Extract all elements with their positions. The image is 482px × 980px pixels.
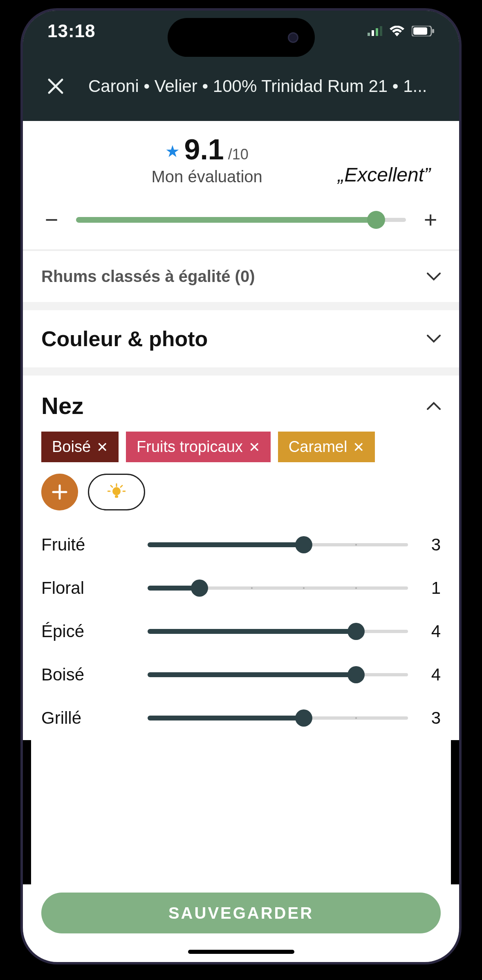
attribute-row: Floral1 bbox=[41, 578, 441, 598]
remove-tag-icon[interactable]: ✕ bbox=[249, 439, 260, 455]
rating-slider[interactable] bbox=[76, 212, 406, 228]
tied-rums-label: Rhums classés à égalité (0) bbox=[41, 267, 255, 286]
attribute-value: 4 bbox=[420, 622, 441, 641]
cellular-icon bbox=[368, 26, 382, 36]
suggestion-button[interactable] bbox=[88, 474, 145, 510]
svg-rect-2 bbox=[376, 28, 378, 36]
nose-tag[interactable]: Caramel✕ bbox=[278, 432, 375, 462]
rating-word: „Excellent” bbox=[338, 163, 435, 186]
home-indicator bbox=[188, 950, 294, 954]
attribute-slider[interactable] bbox=[148, 710, 408, 726]
star-icon: ★ bbox=[165, 142, 180, 161]
lightbulb-icon bbox=[108, 483, 126, 501]
attribute-value: 4 bbox=[420, 665, 441, 685]
nose-section: Nez Boisé✕Fruits tropicaux✕Caramel✕ Frui… bbox=[23, 376, 459, 740]
svg-rect-1 bbox=[372, 30, 374, 36]
attribute-row: Boisé4 bbox=[41, 665, 441, 685]
nose-tag[interactable]: Boisé✕ bbox=[41, 432, 119, 462]
attribute-row: Fruité3 bbox=[41, 535, 441, 555]
attribute-name: Épicé bbox=[41, 622, 135, 641]
color-photo-title: Couleur & photo bbox=[41, 327, 208, 351]
tag-label: Boisé bbox=[52, 438, 91, 456]
save-button[interactable]: SAUVEGARDER bbox=[41, 893, 441, 933]
rating-plus-button[interactable]: + bbox=[418, 206, 443, 233]
tag-label: Fruits tropicaux bbox=[137, 438, 243, 456]
nose-tag[interactable]: Fruits tropicaux✕ bbox=[126, 432, 271, 462]
color-photo-expander[interactable]: Couleur & photo bbox=[23, 310, 459, 367]
nose-title: Nez bbox=[41, 392, 83, 419]
attribute-name: Grillé bbox=[41, 708, 135, 728]
divider bbox=[23, 302, 459, 310]
close-icon bbox=[47, 78, 64, 94]
nose-tags: Boisé✕Fruits tropicaux✕Caramel✕ bbox=[41, 432, 441, 462]
wifi-icon bbox=[390, 26, 404, 36]
svg-rect-6 bbox=[432, 29, 434, 33]
attribute-slider[interactable] bbox=[148, 623, 408, 640]
content: ★ 9.1 /10 Mon évaluation „Excellent” − + bbox=[23, 121, 459, 740]
divider bbox=[23, 367, 459, 376]
tag-label: Caramel bbox=[289, 438, 347, 456]
remove-tag-icon[interactable]: ✕ bbox=[353, 439, 364, 455]
chevron-down-icon bbox=[427, 273, 441, 281]
chevron-up-icon[interactable] bbox=[427, 402, 441, 410]
status-time: 13:18 bbox=[47, 21, 96, 41]
attribute-value: 1 bbox=[420, 578, 441, 598]
camera-dot bbox=[288, 32, 298, 43]
attribute-name: Boisé bbox=[41, 665, 135, 685]
rating-minus-button[interactable]: − bbox=[39, 206, 64, 233]
attribute-slider[interactable] bbox=[148, 580, 408, 596]
nose-attributes: Fruité3Floral1Épicé4Boisé4Grillé3 bbox=[41, 535, 441, 728]
attribute-slider[interactable] bbox=[148, 537, 408, 553]
svg-rect-8 bbox=[115, 495, 118, 498]
app-bar: Caroni • Velier • 100% Trinidad Rum 21 •… bbox=[23, 51, 459, 121]
svg-rect-3 bbox=[380, 26, 382, 36]
add-tag-button[interactable] bbox=[41, 474, 78, 510]
attribute-slider[interactable] bbox=[148, 667, 408, 683]
attribute-value: 3 bbox=[420, 708, 441, 728]
tied-rums-expander[interactable]: Rhums classés à égalité (0) bbox=[23, 251, 459, 302]
svg-rect-0 bbox=[368, 33, 370, 36]
svg-rect-5 bbox=[413, 27, 427, 35]
rating-score: 9.1 bbox=[184, 133, 224, 166]
close-button[interactable] bbox=[39, 70, 72, 103]
rating-subtitle: Mon évaluation bbox=[151, 168, 262, 186]
rating-block: ★ 9.1 /10 Mon évaluation „Excellent” − + bbox=[23, 121, 459, 251]
plus-icon bbox=[52, 484, 68, 500]
phone-frame: 13:18 Caroni • Velier • 100% Trinidad Ru… bbox=[20, 8, 462, 964]
page-title: Caroni • Velier • 100% Trinidad Rum 21 •… bbox=[72, 76, 443, 96]
attribute-value: 3 bbox=[420, 535, 441, 555]
svg-point-7 bbox=[112, 487, 121, 495]
attribute-row: Grillé3 bbox=[41, 708, 441, 728]
battery-icon bbox=[412, 26, 435, 36]
attribute-name: Floral bbox=[41, 578, 135, 598]
remove-tag-icon[interactable]: ✕ bbox=[96, 439, 108, 455]
attribute-name: Fruité bbox=[41, 535, 135, 555]
attribute-row: Épicé4 bbox=[41, 622, 441, 641]
rating-out-of: /10 bbox=[228, 146, 249, 163]
dynamic-island bbox=[168, 18, 315, 57]
chevron-down-icon bbox=[427, 335, 441, 343]
